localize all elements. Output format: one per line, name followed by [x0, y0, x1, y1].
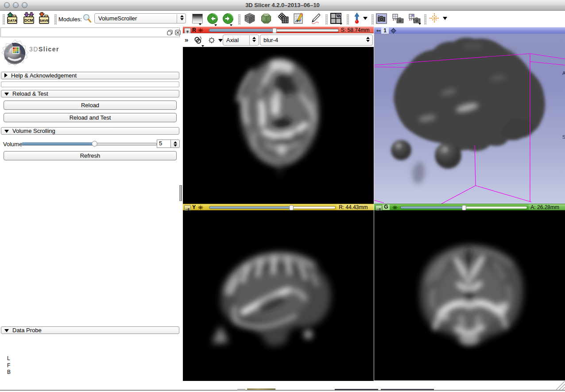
svg-text:S: S [562, 134, 565, 140]
svg-text:DCM: DCM [24, 18, 33, 23]
svg-text:SAVE: SAVE [39, 19, 49, 23]
svg-text:A: A [562, 70, 565, 76]
svg-text:DATA: DATA [8, 19, 17, 23]
